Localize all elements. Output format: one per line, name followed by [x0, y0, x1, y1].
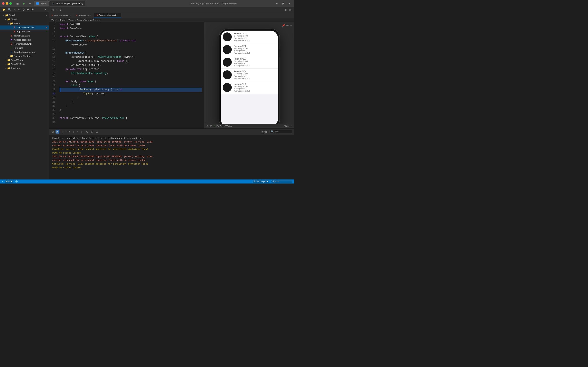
- auto-dropdown-icon: ▾: [11, 180, 12, 183]
- pin-button[interactable]: 📌: [282, 24, 285, 27]
- code-line-13: [60, 47, 202, 51]
- log-line-5: with no stores loaded: [52, 151, 291, 155]
- breadcrumb-item-tops1-2[interactable]: Tops1: [60, 19, 66, 21]
- code-line-21: var body: some View {: [60, 80, 202, 83]
- foreach-icon: ⬡: [214, 125, 216, 127]
- avgscore-103: Average score: 0.0: [234, 64, 276, 67]
- person-row-104: Person #104 Elo rating: 2,200 Average ti…: [221, 68, 278, 81]
- bottom-toolbar: ⊟ ▶ ⏸ ⟶ ↓ ↑ ◱ ⊕ ◷ ⊟ Tops1 🔍: [49, 129, 294, 135]
- code-line-18: private var topEntities:: [60, 67, 202, 71]
- sidebar-item-views[interactable]: ▾ 📁 Views: [0, 21, 49, 25]
- code-line-27: }: [60, 104, 202, 108]
- sidebar-item-persistence[interactable]: ▾ S Persistence.swift: [0, 42, 49, 46]
- bottom-step-btn-2[interactable]: ↓: [72, 130, 75, 133]
- sidebar-item-tops1uitests[interactable]: › 📁 Tops1UITests: [0, 62, 49, 66]
- avgtime-101: Average time:: [234, 37, 276, 39]
- phone-preview: Person #101 Elo rating: 2,500 Average ti…: [219, 29, 280, 128]
- bottom-view-btn-1[interactable]: ⊟: [51, 130, 55, 133]
- sidebar-item-products[interactable]: › 📁 Products: [0, 66, 49, 70]
- log-line-3: context accessed for persistent containe…: [52, 144, 291, 147]
- nav-forward-button[interactable]: ›: [59, 8, 62, 12]
- add-status-button[interactable]: +: [2, 180, 3, 183]
- minimize-button[interactable]: [6, 2, 8, 5]
- close-icon[interactable]: ×: [117, 14, 119, 17]
- sidebar-test-button[interactable]: ◇: [17, 8, 21, 11]
- split-view-button[interactable]: ⊟: [51, 8, 55, 12]
- console-filter-input[interactable]: [275, 180, 291, 183]
- sidebar-item-infoplist[interactable]: ▾ P Info.plist: [0, 46, 49, 50]
- status-info-button[interactable]: ⓘ: [15, 180, 17, 183]
- zoom-in-button[interactable]: +: [291, 125, 292, 128]
- bottom-pause-btn[interactable]: ⏸: [60, 130, 65, 133]
- sidebar-item-infoplist-label: Info.plist: [14, 47, 23, 49]
- code-line-17: animation: .default): [60, 63, 202, 67]
- tab-persistence-swift[interactable]: S Persistence.swift: [49, 13, 73, 18]
- chevron-right-icon: ›: [4, 59, 7, 61]
- bottom-view-btn-4[interactable]: ◷: [90, 130, 94, 133]
- tab-toprow-swift[interactable]: S TopRow.swift: [73, 13, 94, 18]
- folder-icon: 📁: [7, 58, 10, 62]
- sidebar-navigator-button[interactable]: 📁: [2, 8, 6, 11]
- run-button[interactable]: ▶: [22, 1, 26, 6]
- code-editor[interactable]: 8 9 10 11 12 13 14 15 16 17 18: [49, 22, 204, 128]
- swift-icon: S: [96, 14, 98, 17]
- tab-contentview-swift[interactable]: S ContentView.swift ×: [94, 13, 121, 18]
- breadcrumb-item-body[interactable]: body: [96, 19, 102, 21]
- breadcrumb-item-contentview[interactable]: ContentView.swift: [77, 19, 94, 21]
- sidebar-item-contentview[interactable]: ▾ S ContentView.swift R: [0, 25, 49, 30]
- editor-and-preview: 8 9 10 11 12 13 14 15 16 17 18: [49, 22, 294, 128]
- sidebar-item-contentview-label: ContentView.swift: [17, 26, 35, 29]
- sidebar-issues-button[interactable]: ⚠: [13, 8, 17, 11]
- maximize-button[interactable]: [9, 2, 12, 5]
- avgtime-104: Average time:: [234, 75, 276, 77]
- fullscreen-button[interactable]: ⤢: [287, 1, 292, 6]
- preview-refresh-button[interactable]: ⟳: [207, 125, 208, 128]
- bottom-step-btn-1[interactable]: ⟶: [66, 130, 71, 133]
- avgtime-102: Average time:: [234, 50, 276, 52]
- bottom-view-btn-5[interactable]: ⊟: [95, 130, 99, 133]
- scheme-label: Tops1: [261, 131, 267, 133]
- nav-back-button[interactable]: ‹: [56, 8, 58, 12]
- stop-button[interactable]: ■: [28, 1, 32, 6]
- person-list: Person #101 Elo rating: 2,500 Average ti…: [221, 31, 278, 126]
- sidebar-item-preview-content[interactable]: › 📁 Preview Content: [0, 54, 49, 58]
- preview-inspect-button[interactable]: ⊟: [210, 125, 212, 128]
- sidebar-item-tops1-folder[interactable]: ▾ 📁 Tops1: [0, 17, 49, 21]
- sidebar-item-assets[interactable]: ▾ ■ Assets.xcassets: [0, 38, 49, 42]
- zoom-out-button[interactable]: −: [281, 125, 283, 128]
- preview-layout-button[interactable]: ⊟: [290, 24, 292, 27]
- bottom-step-btn-3[interactable]: ↑: [76, 130, 79, 133]
- close-button[interactable]: [2, 2, 4, 5]
- sidebar-item-xcdatamodeld[interactable]: ▾ D Tops1.xcdatamodeld: [0, 50, 49, 54]
- sidebar-search-button[interactable]: 🔍: [7, 8, 12, 11]
- add-tab-button[interactable]: +: [275, 1, 279, 6]
- bottom-filter-input[interactable]: [275, 131, 291, 133]
- sidebar-item-toprow[interactable]: ▾ S TopRow.swift A: [0, 30, 49, 34]
- sidebar-debug-button[interactable]: ⬡: [22, 8, 25, 11]
- sidebar-breakpoints-button[interactable]: ⬢: [26, 8, 30, 11]
- person-info-102: Person #102 Elo rating: 2,400 Average ti…: [234, 45, 276, 54]
- person-name-101: Person #101: [234, 32, 276, 35]
- editor-options-button[interactable]: ≡: [284, 8, 287, 12]
- person-row-103: Person #103 Elo rating: 2,300 Average ti…: [221, 56, 278, 68]
- bottom-view-btn-2[interactable]: ▶: [56, 130, 60, 133]
- titlebar-tab-tops1[interactable]: Tops1: [34, 1, 49, 6]
- sidebar-item-tops1app[interactable]: ▾ S Tops1App.swift: [0, 34, 49, 38]
- breadcrumb-item-views[interactable]: Views: [68, 19, 74, 21]
- split-button[interactable]: ⇄: [281, 1, 285, 6]
- sidebar-item-tops1tests[interactable]: › 📁 Tops1Tests: [0, 58, 49, 62]
- sidebar-item-tops1-root[interactable]: ▾ 📁 Tops1 M: [0, 13, 49, 17]
- titlebar-tab-device[interactable]: 📱 iPod touch (7th generation): [49, 1, 86, 6]
- bottom-attach-btn[interactable]: ◱: [80, 130, 84, 133]
- bottom-view-btn-3[interactable]: ⊕: [85, 130, 89, 133]
- preview-options-button[interactable]: ⋯: [286, 24, 289, 27]
- sidebar-filter-button[interactable]: +: [44, 8, 47, 11]
- sidebar-toggle-button[interactable]: ⊟: [15, 1, 20, 6]
- sidebar-file-tree: ▾ 📁 Tops1 M ▾ 📁 Tops1 ▾ 📁 Views: [0, 12, 49, 179]
- folder-icon: 📁: [10, 54, 13, 58]
- editor-tabs: S Persistence.swift S TopRow.swift S Con…: [49, 13, 294, 18]
- breadcrumb-item-tops1[interactable]: Tops1: [52, 19, 57, 21]
- sidebar-reports-button[interactable]: ☰: [31, 8, 35, 11]
- layout-button[interactable]: ⊞: [288, 8, 292, 12]
- person-info-103: Person #103 Elo rating: 2,300 Average ti…: [234, 58, 276, 67]
